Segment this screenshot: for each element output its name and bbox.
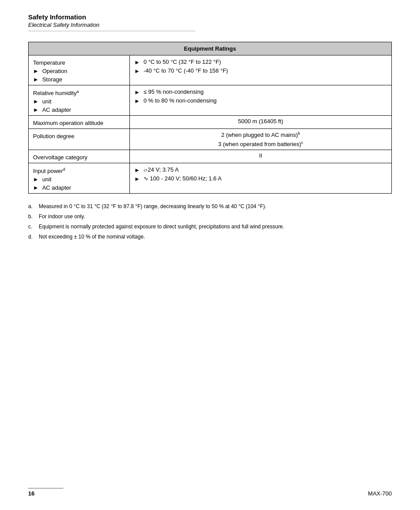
- pollution-value-2: 3 (when operated from batteries)c: [134, 140, 387, 147]
- arrow-icon: ►: [134, 89, 140, 95]
- page-subtitle: Electrical Safety Information: [28, 22, 392, 28]
- altitude-label-cell: Maximum operation altitude: [29, 116, 130, 129]
- footnote-b: b. For indoor use only.: [28, 213, 392, 220]
- arrow-icon: ►: [134, 167, 140, 173]
- input-power-adapter-value: ∿ 100 - 240 V; 50/60 Hz; 1.6 A: [144, 175, 221, 182]
- footnote-a-label: a.: [28, 202, 39, 210]
- arrow-icon: ►: [134, 68, 140, 74]
- footnotes-section: a. Measured in 0 °C to 31 °C (32 °F to 8…: [28, 202, 392, 241]
- humidity-adapter-row: ► AC adapter: [33, 106, 125, 113]
- input-power-label: Input powerd: [33, 165, 125, 174]
- input-power-adapter-label: AC adapter: [42, 184, 71, 191]
- altitude-value: 5000 m (16405 ft): [238, 118, 284, 125]
- footnote-c-label: c.: [28, 223, 39, 231]
- footnote-b-text: For indoor use only.: [39, 213, 85, 220]
- table-row: Maximum operation altitude 5000 m (16405…: [29, 116, 392, 129]
- input-power-unit-label: unit: [42, 176, 52, 183]
- footnote-ref-d: d: [63, 167, 65, 172]
- header-divider: [28, 31, 195, 31]
- footnote-a-text: Measured in 0 °C to 31 °C (32 °F to 87.8…: [39, 202, 266, 210]
- altitude-value-cell: 5000 m (16405 ft): [130, 116, 392, 129]
- footnote-d-text: Not exceeding ± 10 % of the nominal volt…: [39, 233, 145, 241]
- model-number: MAX-700: [368, 490, 392, 497]
- footnote-ref-c: c: [301, 140, 303, 145]
- humidity-label: Relative humiditya: [33, 88, 125, 96]
- pollution-label-cell: Pollution degree: [29, 129, 130, 150]
- footnote-b-label: b.: [28, 213, 39, 220]
- input-power-unit-row: ► unit: [33, 176, 125, 183]
- footer-left: 16: [28, 488, 63, 497]
- equipment-ratings-table: Equipment Ratings Temperature ► Operatio…: [28, 42, 392, 194]
- arrow-icon: ►: [33, 106, 39, 113]
- humidity-values-cell: ► ≤ 95 % non-condensing ► 0 % to 80 % no…: [130, 85, 392, 116]
- input-power-label-cell: Input powerd ► unit ► AC adapter: [29, 163, 130, 193]
- arrow-icon: ►: [33, 98, 39, 105]
- page-header: Safety Information Electrical Safety Inf…: [28, 13, 392, 28]
- altitude-label: Maximum operation altitude: [33, 118, 125, 126]
- input-power-values-cell: ► ⏥ 24 V; 3.75 A ► ∿ 100 - 240 V; 50/60 …: [130, 163, 392, 193]
- arrow-icon: ►: [33, 76, 39, 83]
- page-footer: 16 MAX-700: [28, 488, 392, 497]
- table-row: Relative humiditya ► unit ► AC adapter ►…: [29, 85, 392, 116]
- overvoltage-value-cell: II: [130, 150, 392, 163]
- temperature-storage-value: -40 °C to 70 °C (-40 °F to 158 °F): [144, 67, 228, 74]
- overvoltage-label-cell: Overvoltage category: [29, 150, 130, 163]
- input-power-unit-value: ⏥ 24 V; 3.75 A: [144, 166, 179, 173]
- arrow-icon: ►: [134, 176, 140, 182]
- footnote-ref-b: b: [298, 131, 300, 136]
- temperature-label: Temperature: [33, 58, 125, 66]
- humidity-unit-label: unit: [42, 98, 52, 105]
- footer-rule: [28, 488, 63, 488]
- humidity-unit-row: ► unit: [33, 98, 125, 105]
- footnote-d: d. Not exceeding ± 10 % of the nominal v…: [28, 233, 392, 241]
- temperature-operation-row: ► Operation: [33, 67, 125, 74]
- humidity-adapter-value-row: ► 0 % to 80 % non-condensing: [134, 97, 387, 104]
- arrow-icon: ►: [33, 176, 39, 183]
- humidity-adapter-label: AC adapter: [42, 106, 71, 113]
- temperature-storage-label: Storage: [42, 76, 63, 83]
- temperature-operation-value: 0 °C to 50 °C (32 °F to 122 °F): [144, 59, 221, 65]
- table-row: Pollution degree 2 (when plugged to AC m…: [29, 129, 392, 150]
- arrow-icon: ►: [33, 184, 39, 191]
- temperature-values-cell: ► 0 °C to 50 °C (32 °F to 122 °F) ► -40 …: [130, 55, 392, 85]
- input-power-unit-value-row: ► ⏥ 24 V; 3.75 A: [134, 166, 387, 173]
- humidity-adapter-value: 0 % to 80 % non-condensing: [144, 97, 217, 104]
- footnote-a: a. Measured in 0 °C to 31 °C (32 °F to 8…: [28, 202, 392, 210]
- humidity-unit-value: ≤ 95 % non-condensing: [144, 88, 204, 95]
- pollution-value-1: 2 (when plugged to AC mains)b: [134, 131, 387, 138]
- page-number: 16: [28, 490, 34, 497]
- footnote-c-text: Equipment is normally protected against …: [39, 223, 284, 231]
- footnote-c: c. Equipment is normally protected again…: [28, 223, 392, 231]
- temperature-label-cell: Temperature ► Operation ► Storage: [29, 55, 130, 85]
- temperature-operation-value-row: ► 0 °C to 50 °C (32 °F to 122 °F): [134, 59, 387, 66]
- input-power-adapter-value-row: ► ∿ 100 - 240 V; 50/60 Hz; 1.6 A: [134, 175, 387, 182]
- temperature-operation-label: Operation: [42, 68, 67, 74]
- footnote-d-label: d.: [28, 233, 39, 241]
- overvoltage-value: II: [259, 152, 262, 159]
- page-title: Safety Information: [28, 13, 392, 21]
- table-row: Input powerd ► unit ► AC adapter ► ⏥ 24 …: [29, 163, 392, 193]
- table-row: Overvoltage category II: [29, 150, 392, 163]
- overvoltage-label: Overvoltage category: [33, 152, 125, 161]
- table-heading: Equipment Ratings: [29, 42, 392, 55]
- pollution-value-cell: 2 (when plugged to AC mains)b 3 (when op…: [130, 129, 392, 150]
- arrow-icon: ►: [134, 98, 140, 104]
- pollution-label: Pollution degree: [33, 131, 125, 139]
- input-power-adapter-row: ► AC adapter: [33, 184, 125, 191]
- temperature-storage-row: ► Storage: [33, 76, 125, 83]
- footnote-ref-a: a: [77, 89, 79, 94]
- table-row: Temperature ► Operation ► Storage ► 0 °C…: [29, 55, 392, 85]
- arrow-icon: ►: [33, 68, 39, 74]
- humidity-unit-value-row: ► ≤ 95 % non-condensing: [134, 88, 387, 95]
- arrow-icon: ►: [134, 59, 140, 66]
- humidity-label-cell: Relative humiditya ► unit ► AC adapter: [29, 85, 130, 116]
- temperature-storage-value-row: ► -40 °C to 70 °C (-40 °F to 158 °F): [134, 67, 387, 74]
